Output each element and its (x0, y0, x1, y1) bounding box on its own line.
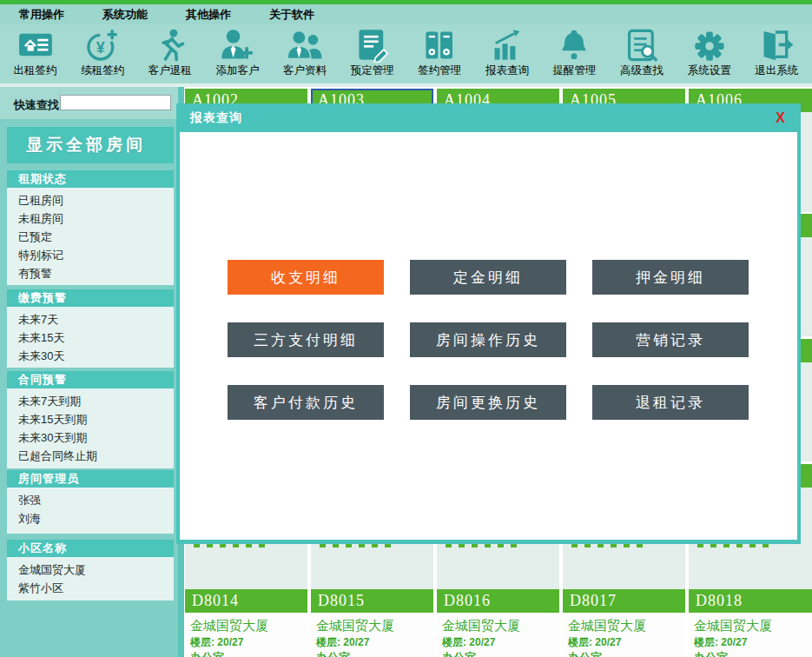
filter-community-2[interactable]: 紫竹小区 (18, 579, 174, 597)
room-building: 金城国贸大厦 (568, 617, 680, 634)
exit-door-icon (759, 28, 794, 63)
toolbar-advanced-search[interactable]: 高级查找 (610, 28, 674, 78)
room-header[interactable]: D8014 (185, 589, 307, 613)
section-list-community: 金城国贸大厦 紫竹小区 (7, 557, 174, 601)
menu-other-ops[interactable]: 其他操作 (186, 7, 231, 23)
report-income-expense-button[interactable]: 收支明细 (228, 260, 384, 295)
report-customer-payment-history-button[interactable]: 客户付款历史 (228, 385, 384, 420)
room-building: 金城国贸大厦 (316, 617, 428, 634)
dialog-titlebar[interactable]: 报表查询 X (180, 103, 797, 132)
house-contract-icon (18, 28, 53, 63)
room-card: D8017 金城国贸大厦 楼层: 20/27 办公室 (563, 589, 685, 657)
toolbar-label: 签约管理 (418, 63, 461, 78)
filter-vacant-rooms[interactable]: 未租房间 (18, 209, 174, 228)
filter-has-warning[interactable]: 有预警 (18, 264, 174, 282)
filter-community-1[interactable]: 金城国贸大厦 (18, 561, 174, 579)
filter-expire-15-days[interactable]: 未来15天到期 (18, 410, 174, 428)
room-header[interactable]: D8015 (311, 589, 433, 613)
sidebar: 快速查找: 显示全部房间 租期状态 已租房间 未租房间 已预定 特别标记 有预警… (0, 87, 178, 657)
room-type: 办公室 (694, 650, 807, 657)
room-header[interactable]: D8018 (689, 589, 812, 613)
toolbar-contract-mgmt[interactable]: 签约管理 (407, 28, 472, 78)
room-type: 办公室 (190, 650, 302, 657)
filter-manager-1[interactable]: 张强 (18, 491, 174, 509)
toolbar-renew-sign[interactable]: ¥ 续租签约 (70, 28, 135, 78)
yen-renew-icon: ¥ (85, 28, 120, 63)
section-header-community: 小区名称 (7, 540, 174, 557)
filter-next-30-days[interactable]: 未来30天 (18, 347, 174, 365)
show-all-rooms-button[interactable]: 显示全部房间 (7, 127, 174, 163)
svg-text:¥: ¥ (96, 39, 105, 56)
room-card: D8014 金城国贸大厦 楼层: 20/27 办公室 (185, 589, 307, 657)
report-chart-icon (490, 28, 525, 63)
toolbar-label: 添加客户 (215, 63, 259, 78)
filter-expire-30-days[interactable]: 未来30天到期 (18, 428, 174, 447)
toolbar-system-settings[interactable]: 系统设置 (677, 28, 742, 78)
customers-icon (287, 28, 322, 63)
section-header-payment-warning: 缴费预警 (7, 289, 174, 307)
section-header-room-manager: 房间管理员 (7, 470, 174, 488)
room-building: 金城国贸大厦 (694, 617, 807, 634)
close-icon[interactable]: X (776, 103, 785, 132)
toolbar-tenant-checkout[interactable]: 客户退租 (138, 28, 202, 78)
filter-expired-contract[interactable]: 已超合同终止期 (18, 447, 174, 465)
section-header-contract-warning: 合同预警 (7, 371, 174, 388)
report-deposit-detail-button[interactable]: 定金明细 (410, 260, 566, 295)
section-list-rent-status: 已租房间 未租房间 已预定 特别标记 有预警 (7, 188, 174, 285)
menu-common-ops[interactable]: 常用操作 (19, 7, 64, 23)
toolbar-label: 预定管理 (351, 63, 394, 78)
report-room-change-history-button[interactable]: 房间更换历史 (410, 385, 566, 420)
toolbar-label: 退出系统 (755, 63, 798, 78)
toolbar-label: 报表查询 (485, 63, 529, 78)
filter-reserved[interactable]: 已预定 (18, 228, 174, 246)
filter-rented-rooms[interactable]: 已租房间 (18, 191, 174, 209)
toolbar-add-customer[interactable]: 添加客户 (205, 28, 269, 78)
toolbar-label: 系统设置 (688, 63, 731, 78)
toolbar-rent-sign[interactable]: 出租签约 (3, 28, 68, 78)
toolbar-label: 续租签约 (81, 63, 124, 78)
toolbar-exit-system[interactable]: 退出系统 (744, 28, 809, 78)
filter-manager-2[interactable]: 刘海 (18, 509, 174, 528)
bell-icon (557, 28, 591, 63)
room-floor: 楼层: 20/27 (316, 634, 428, 650)
report-security-deposit-button[interactable]: 押金明细 (592, 260, 749, 295)
contract-folders-icon (422, 28, 457, 63)
quick-search-input[interactable] (60, 95, 171, 110)
filter-expire-7-days[interactable]: 未来7天到期 (18, 392, 174, 410)
room-header[interactable]: D8017 (563, 589, 685, 613)
toolbar-booking-mgmt[interactable]: 预定管理 (340, 28, 405, 78)
room-building: 金城国贸大厦 (190, 617, 302, 634)
add-customer-icon (220, 28, 254, 63)
toolbar-label: 客户资料 (283, 63, 327, 78)
section-list-contract-warning: 未来7天到期 未来15天到期 未来30天到期 已超合同终止期 (7, 388, 174, 468)
report-query-dialog: 报表查询 X 收支明细 定金明细 押金明细 三方支付明细 房间操作历史 营销记录… (176, 103, 801, 544)
filter-special-mark[interactable]: 特别标记 (18, 246, 174, 264)
room-card: D8015 金城国贸大厦 楼层: 20/27 办公室 (311, 589, 433, 657)
quick-search-label: 快速查找: (14, 97, 63, 113)
filter-next-15-days[interactable]: 未来15天 (18, 328, 174, 347)
room-card: D8018 金城国贸大厦 楼层: 20/27 办公室 (689, 589, 812, 657)
toolbar-label: 提醒管理 (552, 63, 596, 78)
menu-bar: 常用操作 系统功能 其他操作 关于软件 (0, 4, 812, 24)
toolbar-report-query[interactable]: 报表查询 (475, 28, 539, 78)
gear-icon (692, 28, 727, 63)
toolbar-label: 客户退租 (149, 63, 192, 78)
toolbar-customer-info[interactable]: 客户资料 (273, 28, 337, 78)
room-floor: 楼层: 20/27 (694, 634, 807, 650)
report-room-operation-history-button[interactable]: 房间操作历史 (410, 322, 566, 357)
section-list-room-manager: 张强 刘海 (7, 488, 174, 534)
doc-search-icon (624, 28, 659, 63)
toolbar-reminder-mgmt[interactable]: 提醒管理 (542, 28, 606, 78)
menu-system-functions[interactable]: 系统功能 (102, 7, 148, 23)
room-floor: 楼层: 20/27 (568, 634, 680, 650)
menu-about[interactable]: 关于软件 (269, 7, 314, 23)
room-header[interactable]: D8016 (437, 589, 559, 613)
report-marketing-record-button[interactable]: 营销记录 (592, 322, 749, 357)
room-type: 办公室 (442, 650, 554, 657)
report-thirdparty-payment-button[interactable]: 三方支付明细 (228, 322, 384, 357)
section-list-payment-warning: 未来7天 未来15天 未来30天 (7, 307, 174, 368)
filter-next-7-days[interactable]: 未来7天 (18, 310, 174, 328)
room-type: 办公室 (316, 650, 428, 657)
tenant-leave-icon (153, 28, 188, 63)
report-checkout-record-button[interactable]: 退租记录 (592, 385, 749, 420)
